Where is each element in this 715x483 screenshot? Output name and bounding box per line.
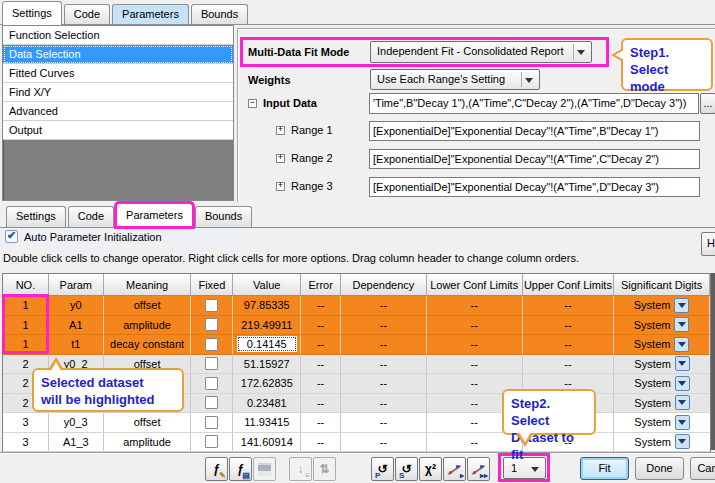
fixed-checkbox[interactable]: [205, 377, 218, 390]
value-cell[interactable]: 172.62835: [233, 374, 301, 394]
fixed-checkbox[interactable]: [205, 416, 218, 429]
fit-one-iteration-button[interactable]: ▸: [443, 457, 466, 481]
col-header-lcl[interactable]: Lower Conf Limits: [427, 274, 523, 296]
range2-label: Range 2: [291, 152, 333, 164]
value-cell[interactable]: 0.23481: [233, 394, 301, 414]
input-data-field[interactable]: 'Time",B"Decay 1"),(A"Time",C"Decay 2"),…: [369, 93, 699, 114]
value-cell[interactable]: 141.60914: [233, 433, 301, 453]
sort-parameters-button[interactable]: ↓ ≡: [289, 457, 312, 481]
top-tab-strip: Settings Code Parameters Bounds: [2, 1, 248, 25]
multi-data-fit-mode-value: Independent Fit - Consolidated Report: [377, 45, 564, 57]
revert-settings-button[interactable]: ↺ S: [395, 457, 418, 481]
weights-value: Use Each Range's Setting: [377, 73, 505, 85]
expand-icon[interactable]: [276, 126, 285, 135]
cancel-button[interactable]: Cancel: [690, 457, 715, 480]
expand-icon[interactable]: [276, 182, 285, 191]
range1-field[interactable]: [ExponentialDe]"Exponential Decay"!(A"Ti…: [369, 121, 700, 141]
range3-field[interactable]: [ExponentialDe]"Exponential Decay"!(A"Ti…: [369, 177, 700, 197]
col-header-sig-digits[interactable]: Significant Digits: [614, 274, 710, 296]
weights-select[interactable]: Use Each Range's Setting: [370, 69, 540, 90]
sig-digits-dropdown[interactable]: [675, 356, 690, 371]
bottom-tab-strip: Settings Code Parameters Bounds: [6, 202, 252, 227]
fixed-checkbox[interactable]: [205, 396, 218, 409]
fixed-checkbox[interactable]: [205, 299, 218, 312]
col-header-fixed[interactable]: Fixed: [191, 274, 233, 296]
tab-bounds-top[interactable]: Bounds: [191, 4, 248, 25]
save-function-button[interactable]: [253, 457, 276, 481]
sig-digits-dropdown[interactable]: [675, 415, 690, 430]
partial-button-cut[interactable]: H: [701, 232, 715, 256]
revert-parameters-button[interactable]: ↺ P: [371, 457, 394, 481]
table-row[interactable]: 1 y0 offset 97.85335 -- -- -- -- System: [3, 296, 710, 316]
sig-digits-dropdown[interactable]: [674, 337, 689, 352]
fit-until-converged-button[interactable]: ▸▸: [467, 457, 490, 481]
chi-square-button[interactable]: χ²: [419, 457, 442, 481]
parameter-tree-button[interactable]: ⇅: [313, 457, 336, 481]
tab-bounds-bottom[interactable]: Bounds: [195, 206, 252, 227]
col-header-meaning[interactable]: Meaning: [104, 274, 192, 296]
list-item-advanced[interactable]: Advanced: [3, 102, 233, 121]
sig-digits-dropdown[interactable]: [674, 298, 689, 313]
save-function-icon: [258, 463, 271, 476]
fixed-checkbox[interactable]: [205, 435, 218, 448]
value-cell[interactable]: 219.49911: [233, 316, 301, 336]
range2-field[interactable]: [ExponentialDe]"Exponential Decay"!(A"Ti…: [369, 149, 700, 169]
range3-label: Range 3: [291, 180, 333, 192]
input-data-label: Input Data: [263, 97, 317, 109]
fixed-checkbox[interactable]: [205, 338, 218, 351]
list-item-find-xy[interactable]: Find X/Y: [3, 83, 233, 102]
col-header-dependency[interactable]: Dependency: [341, 274, 427, 296]
auto-param-label: Auto Parameter Initialization: [24, 231, 162, 243]
table-header-row: NO. Param Meaning Fixed Value Error Depe…: [3, 274, 710, 296]
col-header-value[interactable]: Value: [233, 274, 301, 296]
list-item-fitted-curves[interactable]: Fitted Curves: [3, 64, 233, 83]
fixed-checkbox[interactable]: [205, 318, 218, 331]
col-header-no[interactable]: NO.: [3, 274, 49, 296]
parameter-table: NO. Param Meaning Fixed Value Error Depe…: [2, 273, 711, 453]
sig-digits-dropdown[interactable]: [674, 317, 689, 332]
list-item-output[interactable]: Output: [3, 121, 233, 140]
fixed-checkbox[interactable]: [205, 357, 218, 370]
selected-dataset-callout: Selected datasetwill be highlighted: [32, 368, 184, 412]
auto-param-checkbox[interactable]: [5, 230, 18, 243]
function-file-button[interactable]: ƒ ▤: [229, 457, 252, 481]
table-row[interactable]: 3 y0_3 offset 11.93415 -- -- -- -- Syste…: [3, 413, 710, 433]
tab-code-top[interactable]: Code: [64, 4, 110, 25]
table-row[interactable]: 1 t1 decay constant 0.14145 -- -- -- -- …: [3, 335, 710, 355]
sig-digits-dropdown[interactable]: [675, 395, 690, 410]
input-data-browse-button[interactable]: ...: [700, 93, 715, 114]
collapse-icon[interactable]: [248, 99, 257, 108]
table-hint-text: Double click cells to change operator. R…: [3, 252, 579, 264]
value-cell[interactable]: 11.93415: [233, 413, 301, 433]
sort-parameters-icon: ↓: [298, 462, 304, 476]
nlfit-dialog: Settings Code Parameters Bounds Function…: [0, 0, 715, 483]
tab-settings-top[interactable]: Settings: [2, 1, 62, 25]
tab-settings-bottom[interactable]: Settings: [6, 206, 66, 227]
tab-strip-baseline: [0, 227, 715, 228]
dialog-toolbar: ƒ ✎ ƒ ▤ ↓ ≡ ⇅ ↺ P ↺ S χ² ▸: [0, 452, 715, 483]
edit-function-button[interactable]: ƒ ✎: [205, 457, 228, 481]
fit-button[interactable]: Fit: [580, 457, 629, 480]
table-row[interactable]: 1 A1 amplitude 219.49911 -- -- -- -- Sys…: [3, 316, 710, 336]
value-cell[interactable]: 97.85335: [233, 296, 301, 316]
done-button[interactable]: Done: [635, 457, 684, 480]
chi-square-icon: χ²: [425, 462, 436, 476]
sig-digits-dropdown[interactable]: [675, 434, 690, 449]
step1-callout: Step1. Selectmode: [621, 38, 713, 91]
col-header-ucl[interactable]: Upper Conf Limits: [523, 274, 615, 296]
tab-code-bottom[interactable]: Code: [68, 206, 114, 227]
list-item-data-selection[interactable]: Data Selection: [3, 45, 233, 64]
expand-icon[interactable]: [276, 154, 285, 163]
sig-digits-dropdown[interactable]: [675, 376, 690, 391]
value-cell[interactable]: 51.15927: [233, 355, 301, 375]
table-row[interactable]: 3 A1_3 amplitude 141.60914 -- -- -- -- S…: [3, 433, 710, 453]
tab-parameters-top[interactable]: Parameters: [112, 4, 189, 25]
table-cut-edge: [711, 273, 715, 450]
col-header-param[interactable]: Param: [49, 274, 104, 296]
range1-label: Range 1: [291, 124, 333, 136]
col-header-error[interactable]: Error: [301, 274, 341, 296]
tab-parameters-bottom[interactable]: Parameters: [116, 203, 193, 227]
multi-data-fit-mode-select[interactable]: Independent Fit - Consolidated Report: [370, 41, 592, 63]
list-item-function-selection[interactable]: Function Selection: [3, 26, 233, 45]
value-cell-focused[interactable]: 0.14145: [237, 336, 297, 352]
